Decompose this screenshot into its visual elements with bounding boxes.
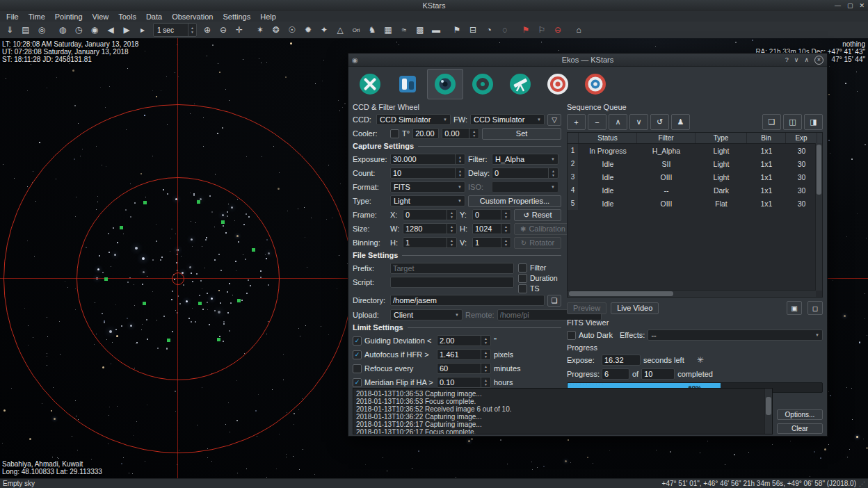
set-time-icon[interactable]: ◷ [71,23,86,37]
download-extra-data-icon[interactable]: ⇓ [2,23,17,37]
zoom-out-icon[interactable]: ⊖ [216,23,231,37]
step-forward-icon[interactable]: ▸ [135,23,150,37]
bin-v-spinbox[interactable]: 1 [472,237,511,248]
step-backward-icon[interactable]: ◀ [103,23,118,37]
effects-combobox[interactable]: -- [648,330,823,341]
size-w-spinbox[interactable]: 1280 [403,223,457,234]
set-temperature-button[interactable]: Set [482,128,561,140]
autofocus-hfr-checkbox[interactable] [353,350,362,359]
constellation-lines-toggle-icon[interactable]: △ [332,23,348,37]
constellation-art-toggle-icon[interactable]: ♞ [364,23,380,37]
prefix-ts-checkbox[interactable] [518,284,527,293]
scrollbar-thumb[interactable] [766,397,771,415]
auto-dark-checkbox[interactable] [567,331,576,340]
menu-data[interactable]: Data [141,11,167,22]
time-step-spinbox[interactable]: 1 sec ▲▼ [153,23,197,37]
spin-buttons[interactable] [447,224,456,234]
ekos-close-button[interactable]: ✕ [814,56,823,65]
supernovae-toggle-icon[interactable]: ✹ [300,23,316,37]
prefix-input[interactable] [390,263,514,274]
spin-buttons[interactable] [455,154,465,164]
autofocus-hfr-spinbox[interactable]: 1.461 [437,349,491,360]
fits-viewer-toggle-button[interactable]: ▣ [787,301,802,315]
menu-observation[interactable]: Observation [167,11,218,22]
time-to-now-icon[interactable]: ◉ [87,23,102,37]
refocus-every-spinbox[interactable]: 60 [437,363,491,374]
meridian-flip-checkbox[interactable] [353,378,362,387]
list-flags-icon[interactable]: ⚐ [534,23,549,37]
observatory-dome-icon[interactable]: ⌂ [571,23,586,37]
frame-type-combobox[interactable]: Light [390,195,465,206]
eyepiece-view-icon[interactable]: ◌ [497,23,513,37]
size-h-spinbox[interactable]: 1024 [472,223,511,234]
spin-buttons[interactable] [501,224,511,234]
constellation-names-toggle-icon[interactable]: Ori [348,23,364,37]
menu-file[interactable]: File [1,11,24,22]
scrollbar-thumb[interactable] [817,145,821,195]
spin-buttons[interactable] [455,168,465,178]
log-output[interactable]: 2018-01-13T10:36:53 Capturing image... 2… [353,388,773,434]
remove-job-button[interactable]: − [588,114,606,130]
spin-buttons[interactable] [548,168,558,178]
find-object-icon[interactable]: ◎ [34,23,49,37]
add-flag-icon[interactable]: ⚑ [518,23,533,37]
move-job-down-button[interactable]: ∨ [629,114,648,130]
minimize-button[interactable]: — [835,2,841,9]
edit-observer-button[interactable]: ♟ [671,114,690,130]
full-frame-toggle-button[interactable]: ◻ [807,301,823,315]
satellites-toggle-icon[interactable]: ✦ [316,23,332,37]
pointing-focus-icon[interactable]: ✛ [232,23,247,37]
tab-guide[interactable] [540,69,576,99]
spin-buttons[interactable] [481,364,490,373]
spin-buttons[interactable] [447,238,456,247]
script-input[interactable] [390,277,514,288]
tab-setup[interactable] [352,69,388,99]
scrollbar-thumb[interactable] [569,291,673,296]
filter-manager-button[interactable]: ▽ [547,114,561,126]
prefix-duration-checkbox[interactable] [518,274,527,283]
table-horizontal-scrollbar[interactable] [568,290,816,297]
deep-sky-toggle-icon[interactable]: ❂ [268,23,284,37]
save-queue-as-button[interactable]: ◨ [804,114,823,130]
target-temperature-spinbox[interactable]: 0.00 [442,128,479,139]
live-video-button[interactable]: Live Video [611,302,659,314]
tab-align[interactable] [577,69,613,99]
zoom-in-icon[interactable]: ⊕ [200,23,215,37]
ekos-titlebar[interactable]: ◉ Ekos — KStars ? ∨ ∧ ✕ [348,54,827,67]
table-vertical-scrollbar[interactable] [815,143,822,291]
menu-settings[interactable]: Settings [218,11,255,22]
menu-view[interactable]: View [88,11,114,22]
add-job-button[interactable]: + [567,114,586,130]
refocus-every-checkbox[interactable] [353,364,362,373]
ekos-shade-button[interactable]: ∧ [804,56,809,63]
spin-buttons[interactable] [469,129,479,138]
constellation-boundaries-toggle-icon[interactable]: ▦ [380,23,396,37]
whats-interesting-icon[interactable]: ◔ [481,23,497,37]
menu-time[interactable]: Time [24,11,50,22]
browse-directory-button[interactable]: ❏ [547,295,561,307]
open-queue-button[interactable]: ❏ [762,114,781,130]
move-job-up-button[interactable]: ∧ [609,114,627,130]
reset-queue-button[interactable]: ↺ [650,114,669,130]
reset-frame-button[interactable]: ↺Reset [514,209,561,221]
stars-toggle-icon[interactable]: ✶ [252,23,268,37]
save-queue-button[interactable]: ◫ [783,114,802,130]
tab-capture[interactable] [427,69,463,99]
spin-buttons[interactable] [501,210,511,220]
bin-h-spinbox[interactable]: 1 [403,237,457,248]
sequence-row[interactable]: 1 In Progress H_Alpha Light 1x1 30 [568,144,822,157]
log-splitter-handle[interactable] [556,382,619,387]
options-button[interactable]: Options... [777,409,823,420]
ekos-unshade-button[interactable]: ∨ [794,56,799,63]
guiding-deviation-spinbox[interactable]: 2.00 [437,335,491,346]
directory-input[interactable] [390,295,545,306]
flags-toggle-icon[interactable]: ⚑ [449,23,465,37]
sequence-row[interactable]: 3 Idle OIII Light 1x1 30 [568,170,822,184]
spin-buttons[interactable] [481,336,490,345]
ekos-help-button[interactable]: ? [785,56,789,63]
spin-buttons[interactable] [447,210,456,220]
maximize-button[interactable]: ▢ [847,2,853,9]
format-combobox[interactable]: FITS [390,181,465,193]
count-spinbox[interactable]: 10 [390,168,465,179]
coordinate-grid-toggle-icon[interactable]: ▩ [412,23,428,37]
